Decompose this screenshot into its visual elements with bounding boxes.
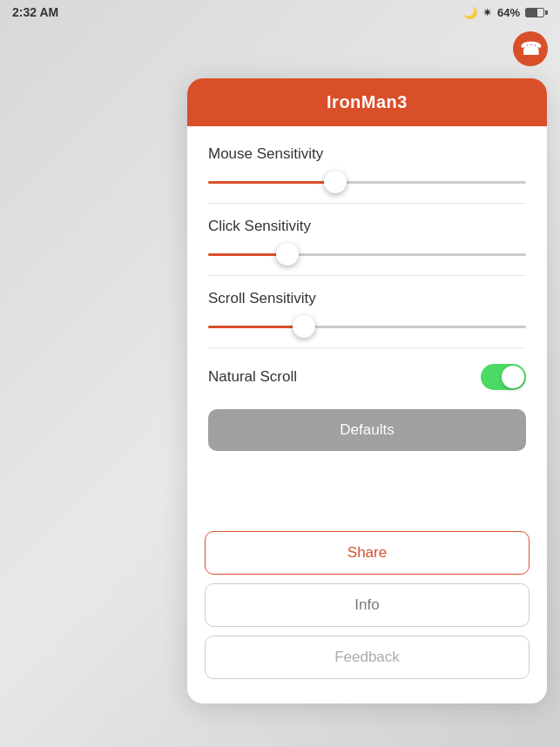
app-icon-symbol: ☎ [520,38,542,59]
profile-name: IronMan3 [327,92,408,111]
battery-percent: 64% [497,6,520,19]
click-sensitivity-row: Click Sensitivity [208,207,526,272]
scroll-sensitivity-row: Scroll Sensitivity [208,279,526,344]
bottom-buttons: Share Info Feedback [187,531,547,686]
click-sensitivity-label: Click Sensitivity [208,218,526,235]
toggle-knob [502,366,524,388]
mouse-slider-thumb[interactable] [324,171,347,193]
info-button[interactable]: Info [205,583,530,627]
settings-body: Mouse Sensitivity Click Sensitivity Scro… [187,126,547,531]
app-icon[interactable]: ☎ [513,31,548,66]
profile-header: IronMan3 [187,78,547,126]
click-slider-thumb[interactable] [276,243,299,266]
mouse-sensitivity-row: Mouse Sensitivity [208,135,526,199]
moon-icon: 🌙 [463,6,477,19]
battery-icon [525,8,548,17]
divider-2 [208,275,526,276]
bluetooth-icon: ✴ [482,6,492,19]
scroll-slider-fill [208,326,304,328]
divider-1 [208,203,526,204]
share-button[interactable]: Share [205,531,530,575]
defaults-button[interactable]: Defaults [208,409,526,451]
main-card: IronMan3 Mouse Sensitivity Click Sensiti… [187,78,547,703]
status-bar: 2:32 AM 🌙 ✴ 64% [0,0,560,24]
feedback-button[interactable]: Feedback [205,636,530,679]
mouse-slider-fill [208,181,335,184]
status-time: 2:32 AM [12,5,58,19]
divider-3 [208,347,526,348]
scroll-slider-thumb[interactable] [293,315,315,338]
natural-scroll-row: Natural Scroll [208,352,526,402]
scroll-sensitivity-label: Scroll Sensitivity [208,290,526,307]
natural-scroll-toggle[interactable] [481,364,526,390]
mouse-sensitivity-label: Mouse Sensitivity [208,145,526,163]
natural-scroll-label: Natural Scroll [208,368,297,386]
status-icons: 🌙 ✴ 64% [463,6,548,19]
click-sensitivity-slider[interactable] [208,242,526,266]
mouse-sensitivity-slider[interactable] [208,170,526,194]
scroll-sensitivity-slider[interactable] [208,314,526,339]
